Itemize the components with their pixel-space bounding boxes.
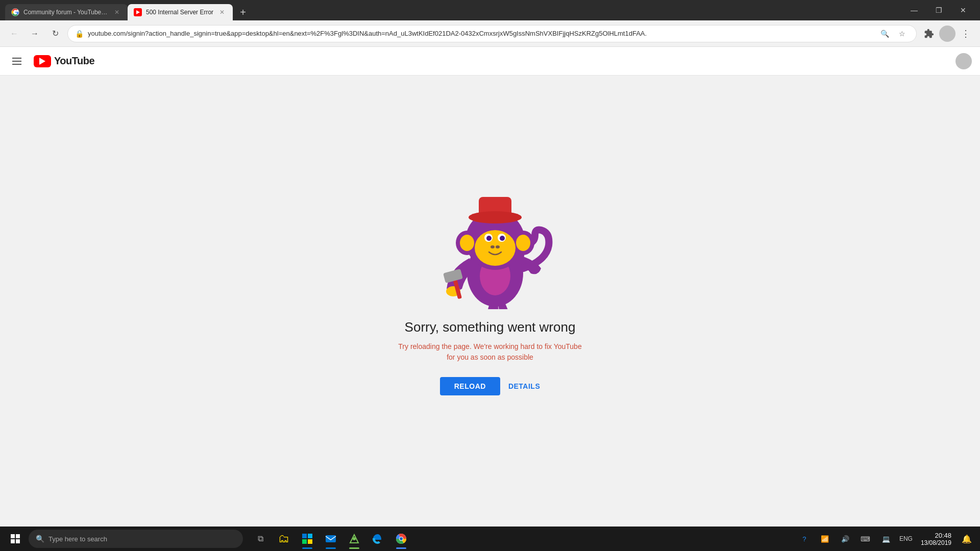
error-illustration xyxy=(419,166,561,309)
svg-rect-23 xyxy=(302,534,307,538)
chrome-browser: Community forum - YouTube He... ✕ 500 In… xyxy=(0,0,980,551)
edge-button[interactable] xyxy=(366,528,389,550)
error-subtitle: Try reloading the page. We're working ha… xyxy=(398,341,581,363)
chrome-active-indicator xyxy=(396,547,406,549)
chrome-menu-button[interactable]: ⋮ xyxy=(958,26,974,42)
reload-button[interactable]: ↻ xyxy=(47,26,63,42)
taskbar-apps: ⧉ 🗂 xyxy=(249,528,412,550)
error-subtitle-line2: for you as soon as possible xyxy=(447,353,533,361)
windows-logo-q2 xyxy=(16,534,20,538)
tab-1[interactable]: Community forum - YouTube He... ✕ xyxy=(5,4,128,20)
taskbar-search[interactable]: 🔍 Type here to search xyxy=(29,530,243,548)
error-subtitle-line1: Try reloading the page. We're working ha… xyxy=(398,342,581,350)
svg-rect-25 xyxy=(302,539,307,544)
chrome-icon xyxy=(395,533,407,545)
youtube-logo[interactable]: YouTube xyxy=(34,55,94,67)
keyboard-icon[interactable]: ⌨ xyxy=(856,530,875,548)
svg-rect-26 xyxy=(308,539,312,544)
details-button[interactable]: DETAILS xyxy=(508,382,540,390)
search-placeholder-text: Type here to search xyxy=(48,535,107,543)
youtube-play-icon xyxy=(136,10,140,14)
user-avatar[interactable] xyxy=(939,26,955,42)
mail-icon xyxy=(325,533,337,545)
youtube-header-right xyxy=(955,53,972,69)
menu-button[interactable] xyxy=(8,54,26,69)
system-clock[interactable]: 20:48 13/08/2019 xyxy=(917,532,955,546)
hamburger-line-1 xyxy=(12,58,21,59)
title-bar: Community forum - YouTube He... ✕ 500 In… xyxy=(0,0,980,20)
tab-2[interactable]: 500 Internal Server Error ✕ xyxy=(128,4,233,20)
minimize-button[interactable]: — xyxy=(902,2,926,18)
language-indicator[interactable]: ENG xyxy=(897,530,915,548)
extensions-icon[interactable] xyxy=(921,26,937,42)
store-active-indicator xyxy=(302,547,312,549)
google-favicon-icon xyxy=(11,8,19,16)
browser-content: YouTube xyxy=(0,47,980,527)
bookmark-icon[interactable]: ☆ xyxy=(895,27,909,41)
network-icon[interactable]: 📶 xyxy=(816,530,834,548)
windows-logo-q3 xyxy=(11,539,15,543)
svg-rect-27 xyxy=(326,535,336,542)
windows-logo-q1 xyxy=(11,534,15,538)
clock-time: 20:48 xyxy=(935,532,951,539)
youtube-logo-text: YouTube xyxy=(54,55,94,67)
youtube-play-triangle-icon xyxy=(39,58,45,65)
url-bar-actions: 🔍 ☆ xyxy=(877,27,909,41)
tab-2-close-button[interactable]: ✕ xyxy=(217,8,227,17)
search-icon: 🔍 xyxy=(36,535,44,543)
tablet-mode-icon[interactable]: 💻 xyxy=(877,530,895,548)
svg-point-19 xyxy=(496,245,500,248)
microsoft-store-button[interactable] xyxy=(296,528,318,550)
maximize-button[interactable]: ❐ xyxy=(927,2,950,18)
window-controls: — ❐ ✕ xyxy=(902,2,975,20)
search-icon[interactable]: 🔍 xyxy=(877,27,892,41)
start-button[interactable] xyxy=(4,528,27,550)
back-button[interactable]: ← xyxy=(6,26,22,42)
svg-point-18 xyxy=(491,245,495,248)
url-text: youtube.com/signin?action_handle_signin=… xyxy=(88,30,873,37)
svg-point-12 xyxy=(516,235,530,251)
svg-rect-24 xyxy=(308,534,312,538)
toolbar-icons: ⋮ xyxy=(921,26,974,42)
mail-button[interactable] xyxy=(320,528,342,550)
tab-2-label: 500 Internal Server Error xyxy=(146,9,213,16)
mail-active-indicator xyxy=(326,547,336,549)
android-studio-button[interactable] xyxy=(343,528,365,550)
youtube-user-avatar[interactable] xyxy=(955,53,972,69)
taskbar-right: ? 📶 🔊 ⌨ 💻 ENG 20:48 13/08/2019 🔔 xyxy=(795,530,976,548)
tab-1-label: Community forum - YouTube He... xyxy=(23,9,108,16)
svg-point-29 xyxy=(353,537,356,540)
chrome-button[interactable] xyxy=(390,528,412,550)
tab-1-close-button[interactable]: ✕ xyxy=(112,8,121,17)
close-button[interactable]: ✕ xyxy=(951,2,975,18)
task-view-icon: ⧉ xyxy=(254,533,266,545)
youtube-icon xyxy=(34,55,51,67)
windows-logo-q4 xyxy=(16,539,20,543)
task-view-button[interactable]: ⧉ xyxy=(249,528,272,550)
volume-icon[interactable]: 🔊 xyxy=(836,530,854,548)
youtube-header: YouTube xyxy=(0,47,980,76)
reload-button[interactable]: RELOAD xyxy=(440,377,500,395)
error-title: Sorry, something went wrong xyxy=(405,319,576,335)
hamburger-line-3 xyxy=(12,64,21,65)
notification-button[interactable]: 🔔 xyxy=(958,530,976,548)
file-explorer-button[interactable]: 🗂 xyxy=(273,528,295,550)
taskbar: 🔍 Type here to search ⧉ 🗂 xyxy=(0,527,980,551)
url-bar[interactable]: 🔒 youtube.com/signin?action_handle_signi… xyxy=(67,25,917,42)
new-tab-button[interactable]: + xyxy=(235,4,251,20)
svg-point-22 xyxy=(469,211,522,223)
file-explorer-icon: 🗂 xyxy=(278,533,290,545)
hamburger-line-2 xyxy=(12,61,21,62)
svg-point-10 xyxy=(460,235,474,251)
microsoft-store-icon xyxy=(301,533,313,545)
security-lock-icon: 🔒 xyxy=(75,30,84,38)
youtube-favicon-icon xyxy=(134,8,142,16)
edge-icon xyxy=(372,533,384,545)
error-buttons: RELOAD DETAILS xyxy=(440,377,540,395)
android-active-indicator xyxy=(349,547,359,549)
forward-button[interactable]: → xyxy=(27,26,43,42)
svg-point-13 xyxy=(475,230,516,266)
svg-point-16 xyxy=(486,236,492,241)
error-content: Sorry, something went wrong Try reloadin… xyxy=(0,76,980,527)
help-icon[interactable]: ? xyxy=(795,530,814,548)
